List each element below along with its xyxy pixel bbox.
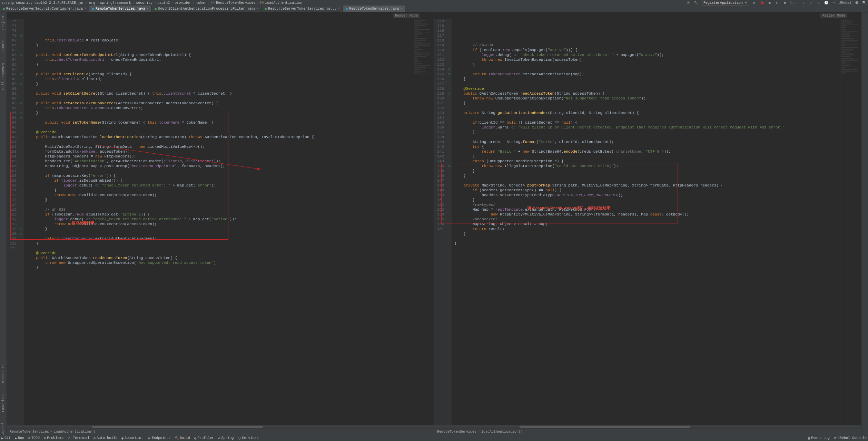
status-item[interactable]: ⬡Services <box>238 436 258 440</box>
status-item[interactable]: ≡TODO <box>28 436 40 440</box>
vcs-push-icon[interactable]: ↗ <box>816 0 821 5</box>
close-icon[interactable]: × <box>257 7 259 11</box>
run-config-dropdown[interactable]: RegisterApplication ▾ <box>701 0 749 6</box>
toolbar-right: ⟳ 🔨 RegisterApplication ▾ ▶ 🐞 ◧ ◐ ■ Git:… <box>686 0 867 6</box>
file-icon <box>155 8 157 10</box>
navigation-breadcrumb: spring-security-oauth2-2.3.4.RELEASE.jar… <box>0 0 868 6</box>
close-icon[interactable]: × <box>400 7 402 11</box>
status-item[interactable]: ◉SonarLint <box>121 436 143 440</box>
close-icon[interactable]: × <box>338 7 340 11</box>
right-tool-stripe <box>861 12 868 435</box>
reader-mode-badge[interactable]: Reader Mode <box>393 13 420 18</box>
debug-icon[interactable]: 🐞 <box>760 0 765 5</box>
gutter[interactable]: 1141151161171181191201211221231241251261… <box>434 19 447 425</box>
code-content-right[interactable]: 请求/oauth/check_token接口，拿到校验结果 // gh-838 … <box>452 19 840 425</box>
scrollbar-horizontal[interactable] <box>7 425 434 429</box>
build-icon[interactable]: 🔨 <box>693 0 698 5</box>
file-icon <box>265 8 267 10</box>
status-item[interactable]: ▶Git <box>1 436 11 440</box>
status-item[interactable]: ✿Spring <box>218 436 234 440</box>
status-item[interactable]: ⊘Problems <box>44 436 63 440</box>
annotation-text: 请求/oauth/check_token接口，拿到校验结果 <box>527 206 610 211</box>
status-bar: ▶Git▶Run≡TODO⊘Problems>_Terminal⚙Auto-bu… <box>0 435 868 441</box>
coverage-icon[interactable]: ◧ <box>767 0 772 5</box>
status-item[interactable]: ⚙Auto-build <box>93 436 117 440</box>
scrollbar-horizontal[interactable] <box>434 425 861 429</box>
reader-mode-badge[interactable]: Reader Mode <box>820 13 847 18</box>
jar-name: spring-security-oauth2-2.3.4.RELEASE.jar <box>1 1 84 5</box>
tab-2[interactable]: OAuth2ClientAuthenticationProcessingFilt… <box>152 6 262 12</box>
status-item[interactable]: ◐Profiler <box>194 436 214 440</box>
vcs-update-icon[interactable]: ↙ <box>801 0 806 5</box>
tab-4[interactable]: RemoteTokenServices.java× <box>343 6 405 12</box>
profile-icon[interactable]: ◐ <box>775 0 780 5</box>
jrebel-icon[interactable]: ⟳ <box>686 0 691 5</box>
gutter-icons: ◯◯◯◯ <box>447 19 452 425</box>
tool-structure[interactable]: Structure <box>1 364 5 383</box>
run-icon[interactable]: ▶ <box>752 0 757 5</box>
left-tool-stripe: Project Commit Pull Requests Structure F… <box>0 12 7 435</box>
vcs-commit-icon[interactable]: ✓ <box>809 0 813 5</box>
tab-0[interactable]: ResourceServerSecurityConfigurer.java× <box>0 6 89 12</box>
status-item[interactable]: >_Terminal <box>68 436 89 440</box>
gutter[interactable]: 7677787980818283848586878889909192939495… <box>7 19 19 425</box>
minimap[interactable] <box>413 19 434 425</box>
close-icon[interactable]: × <box>84 7 86 11</box>
gutter-icons: ◯◯◯◯◯◯◯◯◯ <box>19 19 24 425</box>
status-item[interactable]: ▶Run <box>15 436 24 440</box>
file-icon <box>92 8 94 10</box>
status-item[interactable]: ⫘Endpoints <box>147 436 170 440</box>
stop-icon[interactable]: ■ <box>782 0 787 5</box>
tool-pull-requests[interactable]: Pull Requests <box>1 63 5 90</box>
file-icon <box>346 8 348 10</box>
annotation-text: 提取校验结果 <box>72 221 95 226</box>
status-item[interactable]: 🔨Build <box>175 436 190 440</box>
minimap[interactable] <box>840 19 861 425</box>
tab-3[interactable]: ResourceServerTokenServices.ja...× <box>262 6 343 12</box>
tool-commit[interactable]: Commit <box>1 40 5 52</box>
editor-breadcrumb[interactable]: RemoteTokenServices›loadAuthentication() <box>7 429 434 435</box>
editor-left: Reader Mode 7677787980818283848586878889… <box>7 12 434 435</box>
vcs-rollback-icon[interactable]: ↶ <box>831 0 836 5</box>
close-icon[interactable]: × <box>147 7 149 11</box>
tab-1[interactable]: RemoteTokenServices.java× <box>89 6 152 12</box>
file-icon <box>3 8 5 10</box>
editor-breadcrumb[interactable]: RemoteTokenServices›loadAuthentication() <box>434 429 861 435</box>
tool-project[interactable]: Project <box>1 15 5 30</box>
editor-tabs: ResourceServerSecurityConfigurer.java× R… <box>0 6 868 12</box>
tool-jrebel[interactable]: JRebel <box>1 422 5 435</box>
search-icon[interactable]: 🔍 <box>862 0 867 5</box>
status-item[interactable]: ⟳JRebel Console <box>834 436 867 440</box>
code-content-left[interactable]: 提取校验结果 this.restTemplate = restTemplate;… <box>24 19 413 425</box>
vcs-history-icon[interactable]: 🕐 <box>824 0 829 5</box>
user-label[interactable]: JRebel <box>839 1 851 5</box>
status-item[interactable]: ▦Event Log <box>808 436 830 440</box>
tool-favorites[interactable]: Favorites <box>1 393 5 412</box>
settings-icon[interactable]: ⬣ <box>854 0 859 5</box>
editor-right: Reader Mode 1141151161171181191201211221… <box>434 12 861 435</box>
